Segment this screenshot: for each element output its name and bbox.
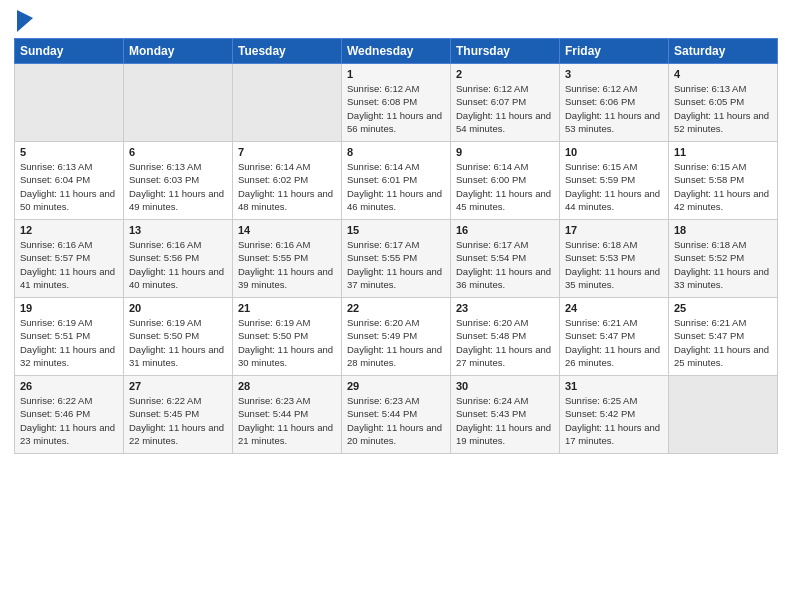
- calendar-cell: 17Sunrise: 6:18 AM Sunset: 5:53 PM Dayli…: [560, 220, 669, 298]
- calendar-cell: 11Sunrise: 6:15 AM Sunset: 5:58 PM Dayli…: [669, 142, 778, 220]
- calendar-cell: 3Sunrise: 6:12 AM Sunset: 6:06 PM Daylig…: [560, 64, 669, 142]
- svg-marker-0: [17, 10, 33, 32]
- calendar-cell: 5Sunrise: 6:13 AM Sunset: 6:04 PM Daylig…: [15, 142, 124, 220]
- header-day: Friday: [560, 39, 669, 64]
- cell-info: Sunrise: 6:17 AM Sunset: 5:55 PM Dayligh…: [347, 238, 445, 291]
- calendar-cell: 16Sunrise: 6:17 AM Sunset: 5:54 PM Dayli…: [451, 220, 560, 298]
- day-number: 17: [565, 224, 663, 236]
- calendar-cell: 8Sunrise: 6:14 AM Sunset: 6:01 PM Daylig…: [342, 142, 451, 220]
- calendar-cell: 21Sunrise: 6:19 AM Sunset: 5:50 PM Dayli…: [233, 298, 342, 376]
- header-day: Wednesday: [342, 39, 451, 64]
- day-number: 8: [347, 146, 445, 158]
- calendar-cell: 28Sunrise: 6:23 AM Sunset: 5:44 PM Dayli…: [233, 376, 342, 454]
- day-number: 4: [674, 68, 772, 80]
- header-day: Sunday: [15, 39, 124, 64]
- calendar-week-row: 26Sunrise: 6:22 AM Sunset: 5:46 PM Dayli…: [15, 376, 778, 454]
- header-day: Monday: [124, 39, 233, 64]
- cell-info: Sunrise: 6:14 AM Sunset: 6:00 PM Dayligh…: [456, 160, 554, 213]
- cell-info: Sunrise: 6:21 AM Sunset: 5:47 PM Dayligh…: [674, 316, 772, 369]
- calendar-cell: 19Sunrise: 6:19 AM Sunset: 5:51 PM Dayli…: [15, 298, 124, 376]
- cell-info: Sunrise: 6:14 AM Sunset: 6:02 PM Dayligh…: [238, 160, 336, 213]
- cell-info: Sunrise: 6:15 AM Sunset: 5:59 PM Dayligh…: [565, 160, 663, 213]
- cell-info: Sunrise: 6:23 AM Sunset: 5:44 PM Dayligh…: [347, 394, 445, 447]
- calendar-cell: 12Sunrise: 6:16 AM Sunset: 5:57 PM Dayli…: [15, 220, 124, 298]
- calendar-cell: [233, 64, 342, 142]
- cell-info: Sunrise: 6:16 AM Sunset: 5:55 PM Dayligh…: [238, 238, 336, 291]
- logo: [14, 10, 33, 32]
- day-number: 24: [565, 302, 663, 314]
- calendar-cell: 23Sunrise: 6:20 AM Sunset: 5:48 PM Dayli…: [451, 298, 560, 376]
- cell-info: Sunrise: 6:20 AM Sunset: 5:48 PM Dayligh…: [456, 316, 554, 369]
- calendar-cell: 10Sunrise: 6:15 AM Sunset: 5:59 PM Dayli…: [560, 142, 669, 220]
- day-number: 18: [674, 224, 772, 236]
- calendar-cell: [15, 64, 124, 142]
- cell-info: Sunrise: 6:18 AM Sunset: 5:52 PM Dayligh…: [674, 238, 772, 291]
- calendar-cell: 4Sunrise: 6:13 AM Sunset: 6:05 PM Daylig…: [669, 64, 778, 142]
- day-number: 6: [129, 146, 227, 158]
- day-number: 27: [129, 380, 227, 392]
- day-number: 12: [20, 224, 118, 236]
- day-number: 14: [238, 224, 336, 236]
- calendar-cell: 26Sunrise: 6:22 AM Sunset: 5:46 PM Dayli…: [15, 376, 124, 454]
- cell-info: Sunrise: 6:12 AM Sunset: 6:07 PM Dayligh…: [456, 82, 554, 135]
- cell-info: Sunrise: 6:16 AM Sunset: 5:56 PM Dayligh…: [129, 238, 227, 291]
- day-number: 1: [347, 68, 445, 80]
- header: [14, 10, 778, 32]
- day-number: 5: [20, 146, 118, 158]
- day-number: 21: [238, 302, 336, 314]
- cell-info: Sunrise: 6:17 AM Sunset: 5:54 PM Dayligh…: [456, 238, 554, 291]
- cell-info: Sunrise: 6:22 AM Sunset: 5:46 PM Dayligh…: [20, 394, 118, 447]
- logo-icon: [17, 10, 33, 32]
- calendar-week-row: 12Sunrise: 6:16 AM Sunset: 5:57 PM Dayli…: [15, 220, 778, 298]
- day-number: 28: [238, 380, 336, 392]
- day-number: 23: [456, 302, 554, 314]
- calendar-cell: 24Sunrise: 6:21 AM Sunset: 5:47 PM Dayli…: [560, 298, 669, 376]
- day-number: 25: [674, 302, 772, 314]
- cell-info: Sunrise: 6:19 AM Sunset: 5:51 PM Dayligh…: [20, 316, 118, 369]
- header-day: Thursday: [451, 39, 560, 64]
- calendar-cell: 20Sunrise: 6:19 AM Sunset: 5:50 PM Dayli…: [124, 298, 233, 376]
- day-number: 20: [129, 302, 227, 314]
- day-number: 10: [565, 146, 663, 158]
- cell-info: Sunrise: 6:13 AM Sunset: 6:03 PM Dayligh…: [129, 160, 227, 213]
- cell-info: Sunrise: 6:19 AM Sunset: 5:50 PM Dayligh…: [238, 316, 336, 369]
- cell-info: Sunrise: 6:20 AM Sunset: 5:49 PM Dayligh…: [347, 316, 445, 369]
- cell-info: Sunrise: 6:12 AM Sunset: 6:06 PM Dayligh…: [565, 82, 663, 135]
- calendar-cell: 13Sunrise: 6:16 AM Sunset: 5:56 PM Dayli…: [124, 220, 233, 298]
- cell-info: Sunrise: 6:25 AM Sunset: 5:42 PM Dayligh…: [565, 394, 663, 447]
- calendar-cell: 22Sunrise: 6:20 AM Sunset: 5:49 PM Dayli…: [342, 298, 451, 376]
- calendar-cell: 18Sunrise: 6:18 AM Sunset: 5:52 PM Dayli…: [669, 220, 778, 298]
- cell-info: Sunrise: 6:24 AM Sunset: 5:43 PM Dayligh…: [456, 394, 554, 447]
- header-row: SundayMondayTuesdayWednesdayThursdayFrid…: [15, 39, 778, 64]
- calendar-table: SundayMondayTuesdayWednesdayThursdayFrid…: [14, 38, 778, 454]
- cell-info: Sunrise: 6:22 AM Sunset: 5:45 PM Dayligh…: [129, 394, 227, 447]
- cell-info: Sunrise: 6:13 AM Sunset: 6:04 PM Dayligh…: [20, 160, 118, 213]
- day-number: 7: [238, 146, 336, 158]
- day-number: 16: [456, 224, 554, 236]
- calendar-cell: 27Sunrise: 6:22 AM Sunset: 5:45 PM Dayli…: [124, 376, 233, 454]
- day-number: 11: [674, 146, 772, 158]
- calendar-cell: 15Sunrise: 6:17 AM Sunset: 5:55 PM Dayli…: [342, 220, 451, 298]
- day-number: 2: [456, 68, 554, 80]
- calendar-cell: 14Sunrise: 6:16 AM Sunset: 5:55 PM Dayli…: [233, 220, 342, 298]
- header-day: Saturday: [669, 39, 778, 64]
- day-number: 26: [20, 380, 118, 392]
- calendar-cell: 29Sunrise: 6:23 AM Sunset: 5:44 PM Dayli…: [342, 376, 451, 454]
- cell-info: Sunrise: 6:18 AM Sunset: 5:53 PM Dayligh…: [565, 238, 663, 291]
- cell-info: Sunrise: 6:23 AM Sunset: 5:44 PM Dayligh…: [238, 394, 336, 447]
- calendar-cell: 7Sunrise: 6:14 AM Sunset: 6:02 PM Daylig…: [233, 142, 342, 220]
- calendar-cell: 1Sunrise: 6:12 AM Sunset: 6:08 PM Daylig…: [342, 64, 451, 142]
- day-number: 13: [129, 224, 227, 236]
- cell-info: Sunrise: 6:21 AM Sunset: 5:47 PM Dayligh…: [565, 316, 663, 369]
- calendar-cell: 30Sunrise: 6:24 AM Sunset: 5:43 PM Dayli…: [451, 376, 560, 454]
- day-number: 31: [565, 380, 663, 392]
- day-number: 29: [347, 380, 445, 392]
- cell-info: Sunrise: 6:19 AM Sunset: 5:50 PM Dayligh…: [129, 316, 227, 369]
- cell-info: Sunrise: 6:15 AM Sunset: 5:58 PM Dayligh…: [674, 160, 772, 213]
- calendar-cell: 6Sunrise: 6:13 AM Sunset: 6:03 PM Daylig…: [124, 142, 233, 220]
- calendar-cell: 31Sunrise: 6:25 AM Sunset: 5:42 PM Dayli…: [560, 376, 669, 454]
- day-number: 22: [347, 302, 445, 314]
- header-day: Tuesday: [233, 39, 342, 64]
- calendar-week-row: 5Sunrise: 6:13 AM Sunset: 6:04 PM Daylig…: [15, 142, 778, 220]
- calendar-cell: 25Sunrise: 6:21 AM Sunset: 5:47 PM Dayli…: [669, 298, 778, 376]
